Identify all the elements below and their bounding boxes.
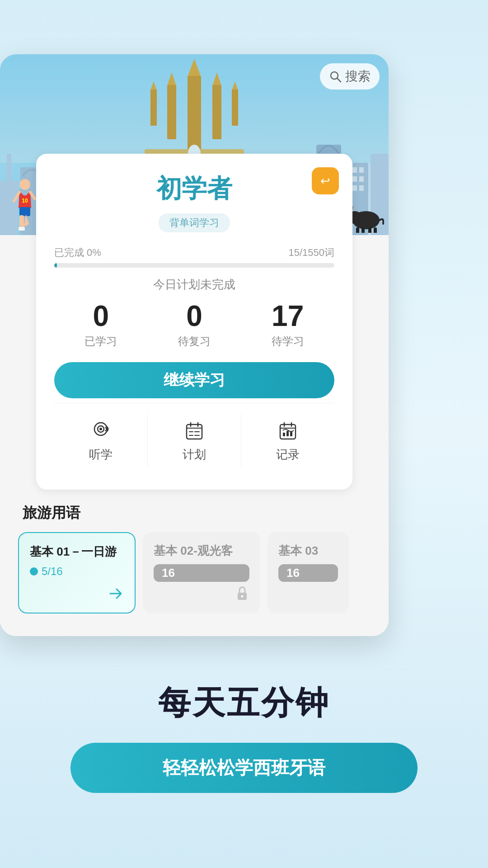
main-card: ↩ 初学者 背单词学习 已完成 0% 15/1550词 (36, 154, 352, 490)
svg-marker-2 (167, 72, 176, 86)
stat-pending-label: 待学习 (241, 334, 334, 349)
back-icon: ↩ (320, 174, 330, 188)
svg-rect-7 (150, 90, 157, 126)
svg-rect-42 (19, 215, 24, 229)
plan-icon (183, 419, 206, 442)
course-card-2: 基本 02-观光客 16 (143, 532, 260, 613)
course-3-title: 基本 03 (278, 543, 338, 559)
toolbar-plan-label: 计划 (183, 447, 206, 462)
search-button[interactable]: 搜索 (320, 63, 380, 90)
search-icon (329, 70, 342, 83)
svg-marker-8 (232, 81, 238, 90)
course-card-3: 基本 03 16 (267, 532, 349, 613)
svg-rect-51 (374, 227, 377, 233)
progress-right: 15/1550词 (288, 246, 334, 259)
progress-left: 已完成 0% (54, 246, 101, 259)
course-2-title: 基本 02-观光客 (154, 543, 249, 559)
toolbar: 听学 (54, 403, 334, 472)
toolbar-listen[interactable]: 听学 (54, 414, 148, 467)
toolbar-record[interactable]: 记录 (241, 414, 334, 467)
stat-pending: 17 待学习 (241, 302, 334, 349)
cta-button[interactable]: 轻轻松松学西班牙语 (70, 743, 418, 793)
headphone-icon (89, 419, 113, 442)
course-2-count: 16 (154, 564, 249, 582)
vocab-badge: 背单词学习 (159, 213, 230, 232)
level-title: 初学者 (54, 172, 334, 206)
course-1-progress-text: 5/16 (42, 565, 63, 578)
course-1-title: 基本 01－一日游 (30, 544, 124, 560)
record-icon (276, 419, 300, 442)
course-1-progress: 5/16 (30, 565, 124, 578)
svg-rect-73 (290, 432, 292, 436)
svg-rect-49 (361, 227, 365, 233)
course-1-arrow[interactable] (106, 584, 126, 604)
plan-status: 今日计划未完成 (54, 277, 334, 292)
svg-rect-32 (359, 176, 364, 182)
svg-rect-50 (368, 227, 371, 233)
stat-review-number: 0 (148, 302, 241, 330)
svg-point-58 (99, 428, 102, 430)
svg-rect-43 (19, 227, 25, 231)
svg-line-55 (337, 78, 341, 82)
app-card: 10 (0, 54, 389, 636)
back-button[interactable]: ↩ (312, 167, 339, 194)
toolbar-plan[interactable]: 计划 (148, 414, 241, 467)
stat-studied: 0 已学习 (54, 302, 148, 349)
bottom-section: 每天五分钟 轻轻松松学西班牙语 (0, 663, 488, 829)
section-title: 旅游用语 (18, 503, 371, 523)
course-3-count: 16 (278, 564, 338, 582)
svg-rect-34 (352, 185, 357, 191)
progress-bar-fill (54, 263, 57, 268)
toolbar-listen-label: 听学 (89, 447, 113, 462)
course-2-lock (233, 585, 251, 604)
svg-rect-72 (286, 431, 289, 436)
svg-rect-41 (19, 207, 30, 216)
toolbar-record-label: 记录 (276, 447, 300, 462)
svg-rect-29 (359, 167, 364, 173)
svg-marker-6 (150, 81, 157, 90)
stat-review-label: 待复习 (148, 334, 241, 349)
progress-bar-bg (54, 263, 334, 268)
course-cards-row: 基本 01－一日游 5/16 基本 02-观光客 16 (18, 532, 371, 618)
progress-labels: 已完成 0% 15/1550词 (54, 246, 334, 259)
badge-center: 背单词学习 (54, 213, 334, 241)
svg-rect-3 (167, 85, 176, 139)
stat-studied-number: 0 (54, 302, 148, 330)
svg-rect-48 (356, 227, 359, 233)
svg-rect-5 (212, 85, 221, 139)
continue-button[interactable]: 继续学习 (54, 362, 334, 398)
stat-review: 0 待复习 (148, 302, 241, 349)
progress-section: 已完成 0% 15/1550词 (54, 246, 334, 268)
svg-rect-28 (352, 167, 357, 173)
svg-marker-0 (188, 59, 201, 77)
stat-studied-label: 已学习 (54, 334, 148, 349)
svg-rect-71 (283, 433, 285, 436)
svg-rect-35 (359, 185, 364, 191)
svg-rect-9 (232, 90, 238, 126)
svg-point-39 (19, 179, 30, 190)
svg-point-75 (241, 595, 244, 598)
continue-label: 继续学习 (164, 370, 225, 391)
course-card-1[interactable]: 基本 01－一日游 5/16 (18, 532, 136, 613)
svg-rect-31 (352, 176, 357, 182)
tagline-main: 每天五分钟 (27, 681, 461, 725)
progress-dot (30, 567, 38, 576)
stat-pending-number: 17 (241, 302, 334, 330)
cta-label: 轻轻松松学西班牙语 (163, 758, 325, 778)
svg-text:10: 10 (22, 198, 28, 204)
search-label: 搜索 (345, 68, 371, 85)
svg-marker-4 (212, 72, 221, 86)
stats-row: 0 已学习 0 待复习 17 待学习 (54, 302, 334, 349)
